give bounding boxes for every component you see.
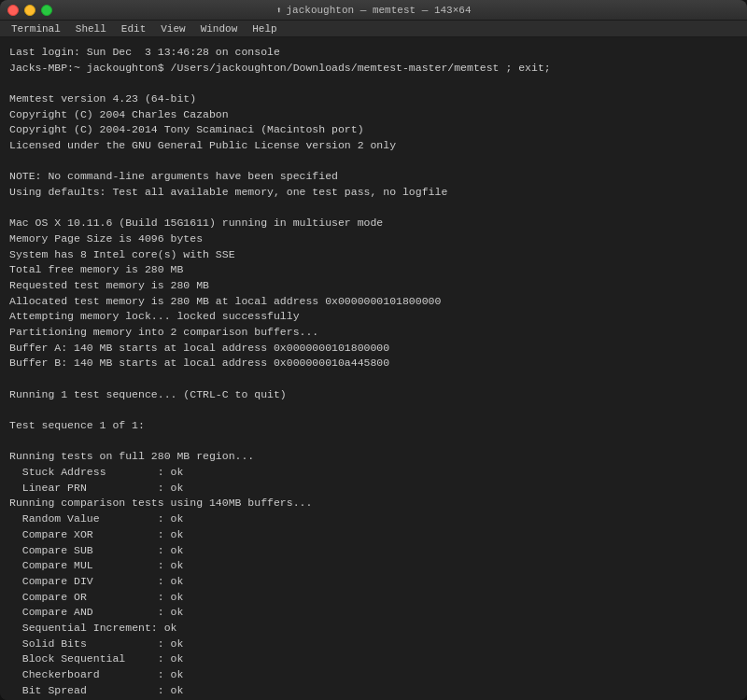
minimize-button[interactable] bbox=[24, 5, 35, 16]
menu-item-window[interactable]: Window bbox=[193, 21, 246, 36]
menu-item-shell[interactable]: Shell bbox=[68, 21, 114, 36]
maximize-button[interactable] bbox=[41, 5, 52, 16]
menu-item-edit[interactable]: Edit bbox=[114, 21, 153, 36]
menu-item-view[interactable]: View bbox=[153, 21, 192, 36]
title-bar: ⬆ jackoughton — memtest — 143×64 bbox=[0, 0, 747, 21]
menu-bar: Terminal Shell Edit View Window Help bbox=[0, 21, 747, 37]
terminal-icon: ⬆ bbox=[275, 5, 281, 16]
traffic-lights bbox=[7, 5, 52, 16]
terminal-window: ⬆ jackoughton — memtest — 143×64 Termina… bbox=[0, 0, 747, 700]
window-title: ⬆ jackoughton — memtest — 143×64 bbox=[275, 5, 471, 16]
menu-item-help[interactable]: Help bbox=[245, 21, 284, 36]
terminal-output[interactable]: Last login: Sun Dec 3 13:46:28 on consol… bbox=[0, 37, 747, 700]
menu-item-terminal[interactable]: Terminal bbox=[4, 21, 68, 36]
close-button[interactable] bbox=[7, 5, 19, 16]
